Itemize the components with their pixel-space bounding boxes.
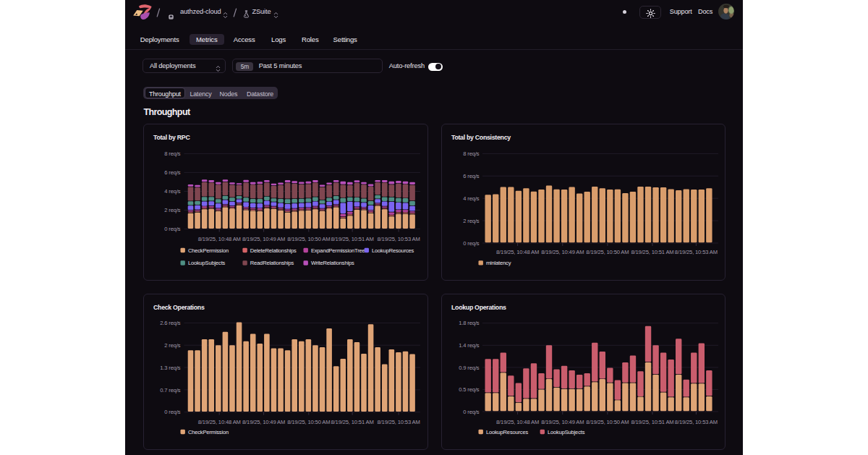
svg-text:4 req/s: 4 req/s bbox=[164, 188, 181, 195]
svg-text:ExpandPermissionTree: ExpandPermissionTree bbox=[311, 247, 365, 254]
svg-text:Total by RPC: Total by RPC bbox=[153, 134, 190, 141]
svg-text:0 req/s: 0 req/s bbox=[164, 226, 181, 232]
svg-text:LookupResources: LookupResources bbox=[372, 247, 414, 254]
svg-text:8/19/25, 10:53 AM: 8/19/25, 10:53 AM bbox=[675, 419, 718, 425]
svg-text:8/19/25, 10:48 AM: 8/19/25, 10:48 AM bbox=[198, 419, 241, 425]
svg-text:8 req/s: 8 req/s bbox=[463, 150, 480, 157]
svg-text:8/19/25, 10:51 AM: 8/19/25, 10:51 AM bbox=[631, 419, 673, 425]
svg-text:Check Operations: Check Operations bbox=[153, 304, 205, 311]
svg-text:0.9 req/s: 0.9 req/s bbox=[459, 365, 480, 371]
svg-text:2.6 req/s: 2.6 req/s bbox=[160, 320, 181, 326]
svg-text:2 req/s: 2 req/s bbox=[463, 218, 480, 224]
svg-text:1.4 req/s: 1.4 req/s bbox=[459, 342, 480, 349]
svg-text:CheckPermission: CheckPermission bbox=[188, 247, 229, 254]
svg-text:0 req/s: 0 req/s bbox=[164, 409, 181, 415]
svg-text:8/19/25, 10:48 AM: 8/19/25, 10:48 AM bbox=[198, 236, 241, 242]
svg-text:8/19/25, 10:50 AM: 8/19/25, 10:50 AM bbox=[586, 249, 629, 255]
svg-text:8/19/25, 10:50 AM: 8/19/25, 10:50 AM bbox=[287, 236, 330, 242]
svg-text:8/19/25, 10:49 AM: 8/19/25, 10:49 AM bbox=[541, 249, 584, 255]
svg-text:8/19/25, 10:51 AM: 8/19/25, 10:51 AM bbox=[331, 419, 374, 425]
svg-text:8/19/25, 10:51 AM: 8/19/25, 10:51 AM bbox=[631, 249, 673, 255]
svg-text:DeleteRelationships: DeleteRelationships bbox=[250, 247, 297, 254]
svg-text:8/19/25, 10:48 AM: 8/19/25, 10:48 AM bbox=[496, 249, 539, 255]
svg-text:CheckPermission: CheckPermission bbox=[188, 429, 229, 435]
svg-text:LookupSubjects: LookupSubjects bbox=[188, 260, 226, 266]
svg-text:1.8 req/s: 1.8 req/s bbox=[459, 320, 480, 326]
svg-text:WriteRelationships: WriteRelationships bbox=[311, 260, 354, 266]
svg-text:LookupResources: LookupResources bbox=[486, 429, 529, 435]
svg-text:8/19/25, 10:49 AM: 8/19/25, 10:49 AM bbox=[242, 236, 285, 242]
svg-text:0.7 req/s: 0.7 req/s bbox=[160, 387, 181, 394]
svg-text:8/19/25, 10:51 AM: 8/19/25, 10:51 AM bbox=[331, 236, 374, 242]
svg-text:6 req/s: 6 req/s bbox=[164, 169, 181, 176]
svg-text:8 req/s: 8 req/s bbox=[164, 150, 181, 157]
svg-text:8/19/25, 10:53 AM: 8/19/25, 10:53 AM bbox=[378, 419, 420, 425]
svg-text:Lookup Operations: Lookup Operations bbox=[451, 304, 506, 311]
svg-text:1.3 req/s: 1.3 req/s bbox=[160, 365, 181, 371]
svg-text:8/19/25, 10:53 AM: 8/19/25, 10:53 AM bbox=[675, 249, 718, 255]
svg-text:4 req/s: 4 req/s bbox=[463, 195, 480, 202]
svg-text:8/19/25, 10:49 AM: 8/19/25, 10:49 AM bbox=[541, 419, 584, 425]
svg-text:8/19/25, 10:50 AM: 8/19/25, 10:50 AM bbox=[287, 419, 330, 425]
svg-text:2 req/s: 2 req/s bbox=[164, 207, 181, 213]
svg-text:8/19/25, 10:49 AM: 8/19/25, 10:49 AM bbox=[242, 419, 285, 425]
svg-text:8/19/25, 10:50 AM: 8/19/25, 10:50 AM bbox=[586, 419, 629, 425]
svg-text:minlatency: minlatency bbox=[486, 260, 511, 266]
svg-text:2 req/s: 2 req/s bbox=[164, 342, 181, 349]
svg-text:8/19/25, 10:53 AM: 8/19/25, 10:53 AM bbox=[378, 236, 420, 242]
svg-text:Total by Consistency: Total by Consistency bbox=[451, 134, 511, 141]
svg-text:0 req/s: 0 req/s bbox=[463, 409, 480, 415]
svg-text:0 req/s: 0 req/s bbox=[463, 240, 480, 247]
svg-text:LookupSubjects: LookupSubjects bbox=[548, 429, 585, 435]
svg-text:8/19/25, 10:48 AM: 8/19/25, 10:48 AM bbox=[496, 419, 539, 425]
svg-text:6 req/s: 6 req/s bbox=[463, 173, 480, 179]
svg-text:0.5 req/s: 0.5 req/s bbox=[459, 386, 480, 393]
svg-text:ReadRelationships: ReadRelationships bbox=[250, 260, 294, 266]
